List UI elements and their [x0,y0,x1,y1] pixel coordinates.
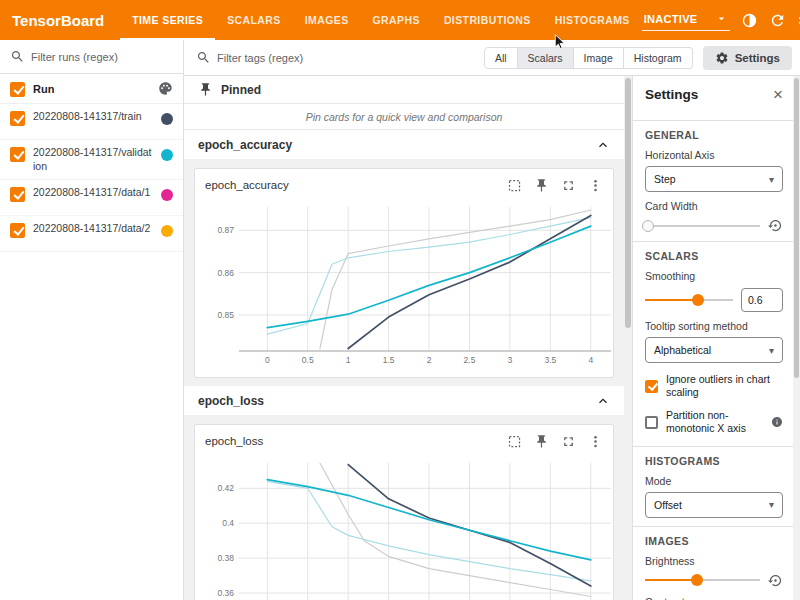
tab-graphs[interactable]: GRAPHS [361,0,432,40]
reload-status-select[interactable]: INACTIVE [642,9,730,31]
scalars-heading: SCALARS [645,250,783,262]
close-icon[interactable]: × [773,86,783,103]
run-checkbox[interactable] [10,147,25,162]
slider-thumb[interactable] [692,294,704,306]
reset-icon[interactable] [768,573,783,588]
select-all-runs-checkbox[interactable] [10,82,25,97]
settings-panel-title: Settings [645,87,773,102]
card-area: epoch_accuracy 00.511.522.533.540.850.86… [184,160,624,386]
filter-tags-input[interactable] [217,52,474,64]
run-label: 20220808-141317/train [33,110,153,124]
chip-all[interactable]: All [484,47,518,69]
run-row-data-2[interactable]: 20220808-141317/data/2 [0,216,183,252]
svg-text:0.85: 0.85 [217,310,234,320]
svg-text:0.38: 0.38 [217,553,234,563]
main-scrollbar[interactable] [624,76,632,600]
smoothing-label: Smoothing [645,270,783,282]
checkbox-ignore-outliers[interactable]: Ignore outliers in chart scaling [645,373,783,399]
pinned-section-header: Pinned [184,76,624,104]
scrollbar-thumb[interactable] [625,78,631,328]
refresh-icon[interactable] [769,12,786,29]
card-width-label: Card Width [645,200,783,212]
palette-icon[interactable] [158,81,173,96]
more-options-icon[interactable] [588,434,603,449]
run-color-dot [161,225,173,237]
scrollbar-thumb[interactable] [794,78,799,378]
card-width-slider[interactable] [645,219,760,233]
runs-header-row[interactable]: Run [0,74,183,104]
filter-runs-box[interactable] [0,40,183,74]
run-row-data-1[interactable]: 20220808-141317/data/1 [0,180,183,216]
fullscreen-icon[interactable] [561,434,576,449]
settings-scrollbar[interactable] [793,76,800,600]
section-header-epoch-loss[interactable]: epoch_loss [184,386,624,416]
svg-text:0.4: 0.4 [222,518,234,528]
search-icon [10,49,25,64]
run-checkbox[interactable] [10,187,25,202]
svg-text:0.86: 0.86 [217,268,234,278]
run-checkbox[interactable] [10,223,25,238]
mode-label: Mode [645,475,783,487]
status-value: INACTIVE [644,13,698,25]
settings-button[interactable]: Settings [703,46,792,70]
section-header-epoch-accuracy[interactable]: epoch_accuracy [184,130,624,160]
filter-tags-box[interactable] [196,50,474,65]
main-nav-tabs: TIME SERIES SCALARS IMAGES GRAPHS DISTRI… [120,0,642,40]
run-row-validation[interactable]: 20220808-141317/validation [0,140,183,180]
contrast-label: Contrast [645,596,783,600]
svg-text:3: 3 [508,355,513,365]
svg-text:0.36: 0.36 [217,588,234,598]
checkbox[interactable] [645,380,658,393]
settings-panel: Settings × GENERAL Horizontal Axis Step … [632,76,800,600]
tensorboard-app: TensorBoard TIME SERIES SCALARS IMAGES G… [0,0,800,600]
pin-icon[interactable] [534,434,549,449]
checkbox-partition-x-axis[interactable]: Partition non-monotonic X axis [645,409,783,435]
run-checkbox[interactable] [10,111,25,126]
fit-domain-icon[interactable] [507,178,522,193]
smoothing-value-input[interactable] [741,288,783,312]
slider-thumb[interactable] [691,574,703,586]
more-options-icon[interactable] [588,178,603,193]
filter-runs-input[interactable] [31,51,173,63]
brightness-label: Brightness [645,555,783,567]
tooltip-sorting-label: Tooltip sorting method [645,320,783,332]
chevron-up-icon[interactable] [596,138,610,152]
svg-text:0.5: 0.5 [302,355,314,365]
epoch-loss-chart[interactable]: 00.511.522.533.540.360.380.40.42 [203,457,621,600]
checkbox[interactable] [645,416,658,429]
info-icon[interactable] [771,416,783,428]
chip-histogram[interactable]: Histogram [624,47,693,69]
app-title: TensorBoard [0,12,120,29]
run-row-train[interactable]: 20220808-141317/train [0,104,183,140]
svg-text:0: 0 [265,355,270,365]
runs-sidebar: Run 20220808-141317/train 20220808-14131… [0,40,184,600]
histograms-heading: HISTOGRAMS [645,455,783,467]
histogram-mode-select[interactable]: Offset [645,492,783,518]
chevron-up-icon[interactable] [596,394,610,408]
card-area: epoch_loss 00.511.522.533.540.360.380.40… [184,416,624,600]
general-heading: GENERAL [645,129,783,141]
chip-image[interactable]: Image [574,47,624,69]
reset-icon[interactable] [768,218,783,233]
tab-scalars[interactable]: SCALARS [215,0,293,40]
fullscreen-icon[interactable] [561,178,576,193]
horizontal-axis-select[interactable]: Step [645,166,783,192]
tab-histograms[interactable]: HISTOGRAMS [543,0,642,40]
tab-distributions[interactable]: DISTRIBUTIONS [432,0,543,40]
smoothing-slider[interactable] [645,293,733,307]
pin-icon[interactable] [534,178,549,193]
chip-scalars[interactable]: Scalars [518,47,574,69]
fit-domain-icon[interactable] [507,434,522,449]
slider-thumb[interactable] [642,220,654,232]
section-title: epoch_accuracy [198,138,596,152]
epoch-accuracy-chart[interactable]: 00.511.522.533.540.850.860.87 [203,201,621,369]
tooltip-sorting-select[interactable]: Alphabetical [645,337,783,363]
theme-toggle-icon[interactable] [741,12,758,29]
brightness-slider[interactable] [645,573,760,587]
tab-time-series[interactable]: TIME SERIES [120,0,215,40]
svg-text:1.5: 1.5 [383,355,395,365]
chevron-down-icon [715,12,728,25]
tab-images[interactable]: IMAGES [293,0,361,40]
horizontal-axis-label: Horizontal Axis [645,149,783,161]
run-color-dot [161,113,173,125]
